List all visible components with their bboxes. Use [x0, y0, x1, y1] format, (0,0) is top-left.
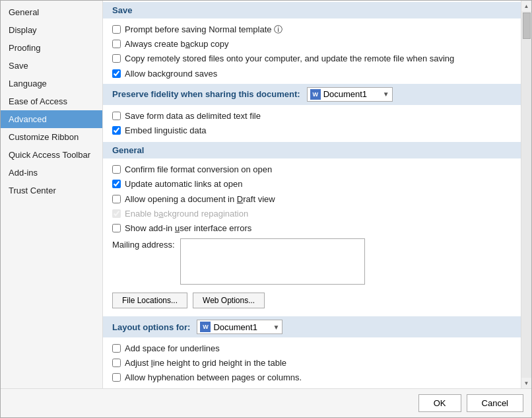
sidebar-item-advanced[interactable]: Advanced — [1, 110, 102, 128]
layout-row: Layout options for: W Document1 ▼ — [103, 316, 521, 337]
checkbox-row-draftview: Allow opening a document in Draft view — [112, 192, 512, 207]
layout-section-body: Add space for underlines Adjust line hei… — [103, 337, 521, 388]
checkbox-lineheight[interactable] — [112, 359, 121, 367]
label-autolinks: Update automatic links at open — [125, 178, 243, 190]
checkbox-row-remote: Copy remotely stored files onto your com… — [112, 52, 512, 66]
scroll-up-arrow[interactable]: ▲ — [521, 1, 532, 11]
fidelity-dropdown[interactable]: W Document1 ▼ — [307, 87, 393, 102]
doc-icon: W — [310, 89, 321, 100]
layout-doc-name: Document1 — [213, 322, 257, 332]
mailing-label: Mailing address: — [112, 238, 175, 250]
checkbox-hyphenation[interactable] — [112, 373, 121, 382]
checkbox-row-addin-errors: Show add-in user interface errors — [112, 221, 512, 236]
label-linguistic: Embed linguistic data — [125, 125, 207, 137]
web-options-button[interactable]: Web Options... — [193, 293, 265, 308]
checkbox-formdata[interactable] — [112, 112, 121, 120]
label-fileformat: Confirm file format conversion on open — [125, 164, 272, 176]
checkbox-linguistic[interactable] — [112, 126, 121, 135]
fidelity-row: Preserve fidelity when sharing this docu… — [103, 84, 521, 105]
sidebar-item-customize-ribbon[interactable]: Customize Ribbon — [1, 128, 102, 146]
fidelity-section-body: Save form data as delimited text file Em… — [103, 105, 521, 141]
label-draftview: Allow opening a document in Draft view — [125, 193, 275, 205]
checkbox-row-prompt: Prompt before saving Normal template ⓘ — [112, 22, 512, 37]
general-section-header: General — [103, 142, 521, 158]
sidebar-item-add-ins[interactable]: Add-ins — [1, 164, 102, 182]
checkbox-row-linguistic: Embed linguistic data — [112, 123, 512, 138]
sidebar-item-general[interactable]: General — [1, 3, 102, 21]
layout-doc-icon: W — [200, 322, 211, 332]
dialog-body: General Display Proofing Save Language E… — [1, 1, 531, 388]
checkbox-fileformat[interactable] — [112, 165, 121, 174]
scrollbar: ▲ ▼ — [521, 1, 531, 388]
checkbox-row-formdata: Save form data as delimited text file — [112, 109, 512, 123]
save-section-body: Prompt before saving Normal template ⓘ A… — [103, 18, 521, 84]
label-formdata: Save form data as delimited text file — [125, 110, 261, 122]
checkbox-prompt[interactable] — [112, 25, 121, 34]
checkbox-repagination[interactable] — [112, 209, 121, 218]
mailing-row: Mailing address: — [112, 236, 512, 289]
checkbox-background[interactable] — [112, 69, 121, 78]
checkbox-remote[interactable] — [112, 54, 121, 63]
fidelity-doc-name: Document1 — [323, 89, 367, 99]
buttons-row: File Locations... Web Options... — [112, 289, 512, 310]
sidebar-item-ease-of-access[interactable]: Ease of Access — [1, 92, 102, 110]
layout-chevron-icon: ▼ — [273, 324, 280, 331]
general-section-body: Confirm file format conversion on open U… — [103, 158, 521, 312]
label-repagination: Enable background repagination — [125, 208, 248, 220]
content-scroll[interactable]: Save Prompt before saving Normal templat… — [103, 1, 521, 388]
checkbox-row-repagination: Enable background repagination — [112, 207, 512, 221]
checkbox-row-underlines: Add space for underlines — [112, 341, 512, 356]
checkbox-row-autolinks: Update automatic links at open — [112, 177, 512, 192]
checkbox-draftview[interactable] — [112, 195, 121, 203]
checkbox-backup[interactable] — [112, 40, 121, 48]
label-addin-errors: Show add-in user interface errors — [125, 223, 251, 234]
sidebar-item-language[interactable]: Language — [1, 75, 102, 92]
layout-dropdown[interactable]: W Document1 ▼ — [197, 320, 283, 334]
content-area: Save Prompt before saving Normal templat… — [103, 1, 521, 388]
content-with-scroll: Save Prompt before saving Normal templat… — [103, 1, 531, 388]
ok-button[interactable]: OK — [418, 394, 461, 412]
dialog: General Display Proofing Save Language E… — [0, 0, 532, 418]
label-remote: Copy remotely stored files onto your com… — [125, 53, 454, 65]
scroll-track[interactable] — [521, 11, 531, 378]
checkbox-row-hyphenation: Allow hyphenation between pages or colum… — [112, 370, 512, 385]
fidelity-chevron-icon: ▼ — [383, 90, 389, 98]
sidebar: General Display Proofing Save Language E… — [1, 1, 103, 388]
scroll-thumb[interactable] — [523, 13, 531, 39]
label-background: Allow background saves — [125, 68, 217, 80]
checkbox-row-backup: Always create backup copy — [112, 37, 512, 52]
label-prompt: Prompt before saving Normal template ⓘ — [125, 24, 283, 36]
file-locations-button[interactable]: File Locations... — [112, 293, 187, 308]
layout-label: Layout options for: — [112, 322, 190, 332]
sidebar-item-quick-access-toolbar[interactable]: Quick Access Toolbar — [1, 146, 102, 164]
dialog-footer: OK Cancel — [1, 388, 531, 417]
scroll-down-arrow[interactable]: ▼ — [521, 378, 532, 388]
label-backup: Always create backup copy — [125, 38, 229, 50]
label-underlines: Add space for underlines — [125, 343, 220, 355]
checkbox-row-background: Allow background saves — [112, 67, 512, 81]
checkbox-underlines[interactable] — [112, 344, 121, 353]
checkbox-autolinks[interactable] — [112, 180, 121, 188]
save-section-header: Save — [103, 2, 521, 18]
checkbox-row-lineheight: Adjust line height to grid height in the… — [112, 356, 512, 370]
mailing-textarea[interactable] — [180, 238, 365, 285]
checkbox-addin-errors[interactable] — [112, 224, 121, 232]
sidebar-item-proofing[interactable]: Proofing — [1, 39, 102, 57]
sidebar-item-display[interactable]: Display — [1, 21, 102, 39]
cancel-button[interactable]: Cancel — [467, 394, 523, 412]
sidebar-item-save[interactable]: Save — [1, 57, 102, 75]
label-hyphenation: Allow hyphenation between pages or colum… — [125, 372, 302, 384]
sidebar-item-trust-center[interactable]: Trust Center — [1, 182, 102, 199]
label-lineheight: Adjust line height to grid height in the… — [125, 357, 286, 369]
fidelity-label: Preserve fidelity when sharing this docu… — [112, 89, 300, 99]
checkbox-row-fileformat: Confirm file format conversion on open — [112, 162, 512, 177]
